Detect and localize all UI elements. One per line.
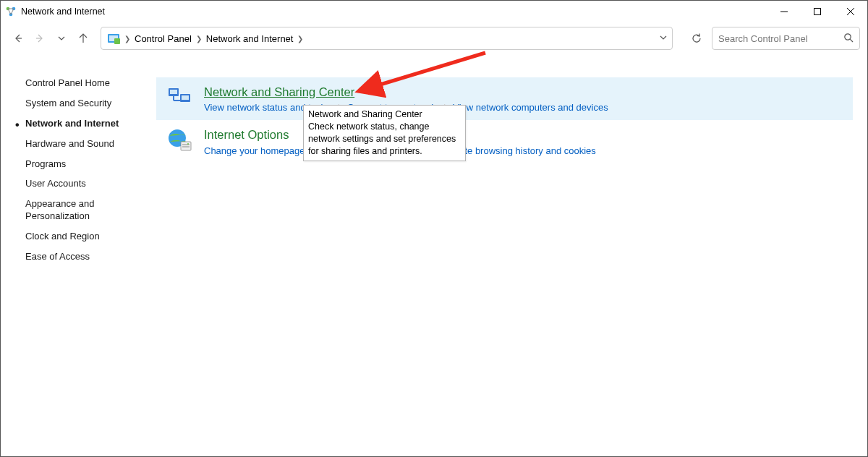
sidebar-item-home[interactable]: Control Panel Home — [25, 77, 156, 90]
refresh-button[interactable] — [686, 27, 707, 49]
delete-history-link[interactable]: Delete browsing history and cookies — [446, 145, 596, 156]
svg-rect-26 — [181, 142, 191, 150]
svg-line-5 — [11, 9, 14, 14]
breadcrumb-root[interactable]: Control Panel — [135, 33, 192, 44]
maximize-button[interactable] — [801, 1, 834, 22]
view-network-devices-link[interactable]: View network computers and devices — [453, 102, 608, 113]
sidebar-item-programs[interactable]: Programs — [25, 158, 156, 171]
internet-options-link[interactable]: Internet Options — [204, 127, 289, 142]
svg-rect-7 — [814, 9, 821, 15]
sidebar-item-appearance-personalization[interactable]: Appearance and Personalization — [25, 198, 156, 223]
category-network-sharing: Network and Sharing Center View network … — [156, 77, 853, 120]
internet-options-icon — [166, 127, 192, 153]
close-button[interactable] — [834, 1, 867, 22]
breadcrumb-segment[interactable]: Network and Internet — [206, 33, 294, 44]
sidebar-item-network-internet[interactable]: Network and Internet — [25, 118, 156, 130]
svg-rect-15 — [114, 38, 120, 44]
main-content: Network and Sharing Center View network … — [156, 77, 867, 456]
svg-point-29 — [187, 143, 189, 145]
tooltip-body: Check network status, change network set… — [308, 121, 461, 158]
chevron-right-icon: ❯ — [196, 35, 202, 43]
sidebar-item-clock-region[interactable]: Clock and Region — [25, 231, 156, 243]
search-icon[interactable] — [843, 33, 854, 45]
chevron-right-icon: ❯ — [297, 35, 303, 43]
svg-line-17 — [850, 39, 853, 42]
tooltip: Network and Sharing Center Check network… — [303, 105, 466, 161]
forward-button[interactable] — [30, 28, 50, 48]
svg-rect-21 — [182, 95, 189, 100]
sidebar-item-hardware-sound[interactable]: Hardware and Sound — [25, 138, 156, 150]
network-icon — [5, 6, 17, 17]
minimize-button[interactable] — [767, 1, 801, 22]
titlebar: Network and Internet — [1, 1, 867, 22]
svg-point-16 — [845, 33, 851, 39]
up-button[interactable] — [73, 28, 93, 48]
chevron-down-icon[interactable] — [659, 33, 668, 44]
window-title: Network and Internet — [21, 7, 767, 17]
address-bar[interactable]: ❯ Control Panel ❯ Network and Internet ❯ — [101, 27, 673, 50]
control-panel-icon — [107, 32, 120, 45]
sidebar: Control Panel Home System and Security N… — [1, 77, 156, 456]
back-button[interactable] — [8, 28, 28, 48]
sidebar-item-user-accounts[interactable]: User Accounts — [25, 178, 156, 190]
network-sharing-icon — [166, 85, 192, 111]
search-box[interactable] — [712, 27, 860, 50]
svg-rect-19 — [170, 90, 177, 94]
sidebar-item-system-security[interactable]: System and Security — [25, 98, 156, 110]
category-internet-options: Internet Options Change your homepage|Ma… — [156, 120, 853, 163]
network-sharing-center-link[interactable]: Network and Sharing Center — [204, 85, 354, 100]
search-input[interactable] — [718, 33, 843, 44]
toolbar: ❯ Control Panel ❯ Network and Internet ❯ — [1, 22, 867, 54]
change-homepage-link[interactable]: Change your homepage — [204, 145, 305, 156]
tooltip-title: Network and Sharing Center — [308, 108, 461, 121]
window-controls — [767, 1, 867, 22]
sidebar-item-ease-of-access[interactable]: Ease of Access — [25, 251, 156, 263]
recent-locations-dropdown[interactable] — [51, 28, 72, 48]
chevron-right-icon: ❯ — [124, 35, 130, 43]
svg-line-4 — [8, 9, 11, 14]
